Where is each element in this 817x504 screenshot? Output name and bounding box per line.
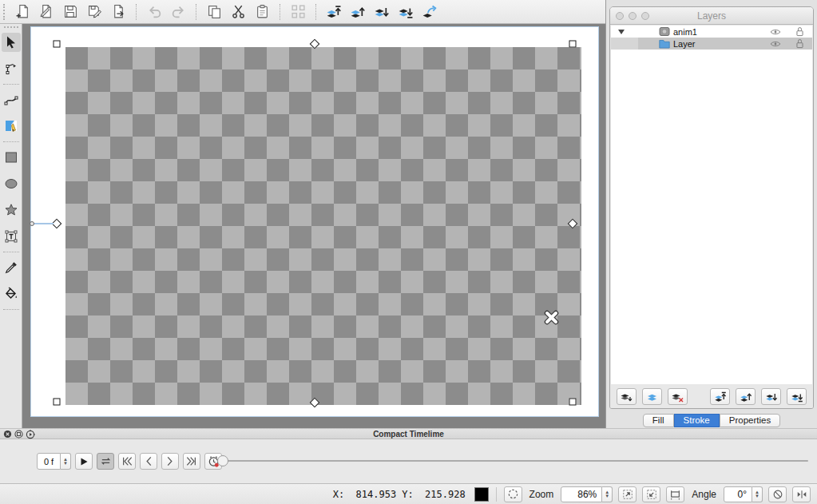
current-color-swatch[interactable] [474, 487, 489, 502]
handle-top-right[interactable] [569, 41, 577, 48]
group-button[interactable] [288, 2, 307, 22]
lock-icon[interactable] [795, 26, 804, 37]
tab-fill[interactable]: Fill [643, 414, 674, 427]
layers-panel-titlebar[interactable]: Layers [610, 7, 813, 25]
visibility-eye-icon[interactable] [770, 28, 781, 36]
tree-gutter[interactable] [611, 38, 638, 50]
handle-bottom-left[interactable] [54, 399, 61, 406]
tool-draw-bezier[interactable] [2, 90, 21, 109]
frame-spinbox[interactable]: 0 f ▲▼ [37, 453, 71, 470]
panel-zoom-icon[interactable] [641, 12, 649, 20]
group-icon [291, 4, 306, 19]
redo-button[interactable] [169, 2, 188, 22]
toolbar-drag-handle[interactable] [3, 4, 6, 20]
handle-bottom-right[interactable] [569, 399, 577, 406]
tool-star[interactable] [2, 200, 21, 220]
panel-minimize-icon[interactable] [629, 12, 637, 20]
raise-icon [350, 4, 366, 20]
zoom-spinbox[interactable]: 86% ▲▼ [561, 486, 613, 502]
first-frame-button[interactable] [118, 453, 136, 470]
tool-edit-nodes[interactable] [2, 59, 21, 78]
no-rotation-icon [772, 489, 783, 500]
tool-color-picker[interactable] [2, 258, 21, 277]
rotation-handle[interactable] [30, 221, 34, 226]
lower-icon [765, 391, 778, 403]
reset-rotation-button[interactable] [768, 486, 787, 502]
layer-lower-to-bottom-button[interactable] [787, 388, 807, 405]
fit-canvas-button[interactable] [666, 486, 684, 502]
delete-layer-button[interactable] [668, 388, 688, 405]
timeline-controls: 0 f ▲▼ [37, 453, 222, 470]
layer-name: anim1 [673, 27, 767, 37]
tab-stroke[interactable]: Stroke [674, 414, 720, 427]
layer-raise-to-top-button[interactable] [710, 388, 730, 405]
tool-rectangle[interactable] [2, 148, 21, 167]
right-dock: Layers anim1 [605, 0, 817, 428]
visibility-eye-icon[interactable] [770, 40, 781, 48]
lower-button[interactable] [372, 2, 391, 22]
flip-view-button[interactable] [792, 486, 811, 502]
undo-button[interactable] [145, 2, 164, 22]
previous-frame-button[interactable] [140, 453, 157, 470]
save-as-button[interactable] [85, 2, 104, 22]
angle-stepper[interactable]: ▲▼ [752, 486, 763, 502]
paste-button[interactable] [252, 2, 272, 22]
layer-raise-button[interactable] [736, 388, 756, 405]
tool-fill[interactable] [2, 284, 21, 304]
timeline-titlebar[interactable]: Compact Timelime [0, 428, 817, 439]
tools-separator [3, 84, 19, 85]
layer-lower-button[interactable] [761, 388, 781, 405]
layer-row-anim1[interactable]: anim1 [611, 26, 812, 38]
angle-label: Angle [692, 489, 716, 500]
raise-button[interactable] [348, 2, 367, 22]
timeline-menu-icon[interactable] [26, 430, 35, 439]
expand-arrow-icon[interactable] [618, 30, 625, 34]
timeline-slider-track[interactable] [224, 460, 808, 462]
play-button[interactable] [75, 453, 93, 470]
timeline-close-icon[interactable] [3, 430, 12, 439]
tool-draw-freehand[interactable] [2, 117, 21, 136]
lock-icon[interactable] [795, 38, 804, 49]
document-page[interactable] [30, 26, 599, 417]
tool-select[interactable] [2, 33, 21, 52]
tools-drag-handle[interactable] [4, 26, 18, 29]
cut-button[interactable] [228, 2, 248, 22]
loop-button[interactable] [97, 453, 114, 470]
angle-value[interactable]: 0° [724, 486, 752, 502]
panel-close-icon[interactable] [616, 12, 624, 20]
lower-to-bottom-button[interactable] [396, 2, 415, 22]
save-as-icon [87, 4, 102, 19]
timeline-float-icon[interactable] [14, 430, 23, 439]
frame-stepper[interactable]: ▲▼ [61, 453, 71, 470]
eyedropper-icon [4, 260, 18, 275]
zoom-value[interactable]: 86% [561, 486, 602, 502]
add-layer-button[interactable] [617, 388, 637, 405]
move-up-button[interactable] [420, 2, 439, 22]
canvas-area[interactable] [22, 24, 605, 428]
new-file-button[interactable] [13, 2, 32, 22]
tool-ellipse[interactable] [2, 174, 21, 193]
handle-top-left[interactable] [54, 41, 61, 48]
export-button[interactable] [109, 2, 128, 22]
layer-row-layer[interactable]: Layer [611, 38, 812, 50]
duplicate-layer-button[interactable] [642, 388, 662, 405]
copy-button[interactable] [204, 2, 224, 22]
next-frame-button[interactable] [161, 453, 179, 470]
timeline-slider-handle[interactable] [217, 455, 228, 466]
copy-icon [207, 4, 222, 19]
open-file-button[interactable] [37, 2, 56, 22]
zoom-stepper[interactable]: ▲▼ [602, 486, 613, 502]
tree-gutter[interactable] [611, 26, 638, 38]
selection-visibility-button[interactable] [504, 486, 522, 502]
last-frame-button[interactable] [183, 453, 200, 470]
folder-icon [659, 39, 670, 49]
tab-properties[interactable]: Properties [720, 414, 780, 427]
save-button[interactable] [61, 2, 80, 22]
angle-spinbox[interactable]: 0° ▲▼ [724, 486, 763, 502]
zoom-reset-button[interactable] [642, 486, 660, 502]
transparency-checkerboard[interactable] [65, 47, 581, 405]
raise-to-top-button[interactable] [324, 2, 343, 22]
tool-text[interactable] [2, 227, 21, 246]
frame-value[interactable]: 0 f [37, 453, 61, 470]
zoom-fit-button[interactable] [618, 486, 637, 502]
